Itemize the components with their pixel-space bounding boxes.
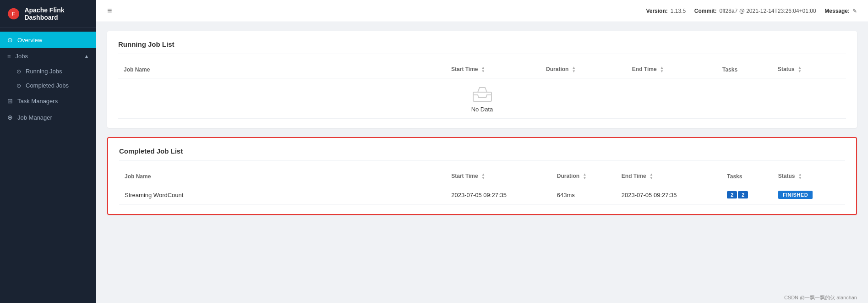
running-jobs-empty-row: No Data xyxy=(118,78,846,119)
completed-jobs-header-row: Job Name Start Time ▲▼ Duration ▲▼ End T… xyxy=(119,168,845,185)
footer-attribution: CSDN @一飘一飘的伙 alanchan xyxy=(96,292,868,303)
sidebar-item-running-jobs[interactable]: ⊙ Running Jobs xyxy=(0,64,96,78)
completed-job-status-0: FINISHED xyxy=(773,185,845,205)
topbar: ≡ Version: 1.13.5 Commit: 0ff28a7 @ 2021… xyxy=(96,0,868,22)
completed-job-duration-0: 643ms xyxy=(551,185,616,205)
completed-sort-duration-icon: ▲▼ xyxy=(583,173,586,180)
topbar-right: Version: 1.13.5 Commit: 0ff28a7 @ 2021-1… xyxy=(646,8,857,14)
running-jobs-icon: ⊙ xyxy=(16,68,21,75)
completed-jobs-title: Completed Job List xyxy=(119,147,845,161)
task-managers-icon: ⊞ xyxy=(7,97,13,105)
tasks-badges-0: 2 2 xyxy=(727,191,767,198)
running-col-end-time: End Time ▲▼ xyxy=(627,61,717,78)
completed-jobs-table: Job Name Start Time ▲▼ Duration ▲▼ End T… xyxy=(119,168,845,205)
running-col-tasks: Tasks xyxy=(717,61,772,78)
completed-job-row-0[interactable]: Streaming WordCount 2023-07-05 09:27:35 … xyxy=(119,185,845,205)
version-value: 1.13.5 xyxy=(671,8,686,14)
completed-col-tasks: Tasks xyxy=(721,168,772,185)
message-icon: ✎ xyxy=(852,8,857,14)
completed-job-end-time-0: 2023-07-05 09:27:35 xyxy=(616,185,721,205)
completed-job-start-time-0: 2023-07-05 09:27:35 xyxy=(446,185,551,205)
sidebar: F Apache Flink Dashboard ⊙ Overview ≡ Jo… xyxy=(0,0,96,303)
sidebar-item-task-managers[interactable]: ⊞ Task Managers xyxy=(0,93,96,109)
running-jobs-no-data: No Data xyxy=(118,78,846,119)
completed-sort-end-time-icon: ▲▼ xyxy=(650,173,653,180)
sidebar-item-completed-jobs-label: Completed Jobs xyxy=(26,82,69,89)
sidebar-item-overview[interactable]: ⊙ Overview xyxy=(0,32,96,48)
topbar-left: ≡ xyxy=(107,6,112,16)
job-manager-icon: ⊕ xyxy=(7,114,13,121)
main-content: ≡ Version: 1.13.5 Commit: 0ff28a7 @ 2021… xyxy=(96,0,868,303)
version-label: Version: xyxy=(646,8,667,14)
sidebar-item-job-manager[interactable]: ⊕ Job Manager xyxy=(0,109,96,126)
sidebar-item-jobs-label: Jobs xyxy=(16,53,28,60)
running-jobs-header-row: Job Name Start Time ▲▼ Duration ▲▼ End T… xyxy=(118,61,846,78)
completed-job-name-0: Streaming WordCount xyxy=(119,185,446,205)
completed-job-tasks-0: 2 2 xyxy=(721,185,772,205)
sort-status-icon: ▲▼ xyxy=(798,66,802,73)
running-col-duration: Duration ▲▼ xyxy=(540,61,627,78)
jobs-icon: ≡ xyxy=(7,53,11,60)
completed-jobs-icon: ⊙ xyxy=(16,83,21,89)
running-jobs-title: Running Job List xyxy=(118,40,846,54)
message-label: Message: xyxy=(824,8,850,14)
completed-jobs-table-body: Streaming WordCount 2023-07-05 09:27:35 … xyxy=(119,185,845,205)
task-badge-completed-0: 2 xyxy=(727,191,737,198)
task-badge-total-0: 2 xyxy=(738,191,748,198)
completed-sort-status-icon: ▲▼ xyxy=(798,173,802,180)
completed-col-duration: Duration ▲▼ xyxy=(551,168,616,185)
sidebar-item-task-managers-label: Task Managers xyxy=(17,98,58,105)
sidebar-item-completed-jobs[interactable]: ⊙ Completed Jobs xyxy=(0,78,96,93)
running-jobs-table-body: No Data xyxy=(118,78,846,119)
commit-label: Commit: xyxy=(694,8,717,14)
running-jobs-table-head: Job Name Start Time ▲▼ Duration ▲▼ End T… xyxy=(118,61,846,78)
no-data-icon xyxy=(471,84,493,102)
running-col-job-name: Job Name xyxy=(118,61,446,78)
completed-col-start-time: Start Time ▲▼ xyxy=(446,168,551,185)
running-jobs-table: Job Name Start Time ▲▼ Duration ▲▼ End T… xyxy=(118,61,846,119)
sidebar-nav: ⊙ Overview ≡ Jobs ▲ ⊙ Running Jobs ⊙ Com… xyxy=(0,28,96,303)
sidebar-item-running-jobs-label: Running Jobs xyxy=(26,68,62,75)
app-title: Apache Flink Dashboard xyxy=(24,6,89,21)
hamburger-icon[interactable]: ≡ xyxy=(107,6,112,16)
commit-value: 0ff28a7 @ 2021-12-14T23:26:04+01:00 xyxy=(719,8,816,14)
running-col-status: Status ▲▼ xyxy=(772,61,846,78)
running-col-start-time: Start Time ▲▼ xyxy=(446,61,540,78)
svg-rect-2 xyxy=(473,92,491,101)
svg-text:F: F xyxy=(12,11,15,17)
jobs-arrow-icon: ▲ xyxy=(84,54,89,59)
completed-jobs-table-head: Job Name Start Time ▲▼ Duration ▲▼ End T… xyxy=(119,168,845,185)
sidebar-header: F Apache Flink Dashboard xyxy=(0,0,96,28)
completed-col-status: Status ▲▼ xyxy=(773,168,845,185)
sort-start-time-icon: ▲▼ xyxy=(481,66,485,73)
sort-duration-icon: ▲▼ xyxy=(572,66,576,73)
status-badge-0: FINISHED xyxy=(778,191,813,199)
completed-sort-start-time-icon: ▲▼ xyxy=(481,173,485,180)
page-body: Running Job List Job Name Start Time ▲▼ … xyxy=(96,22,868,292)
sidebar-item-overview-label: Overview xyxy=(17,37,42,44)
sidebar-item-job-manager-label: Job Manager xyxy=(17,114,52,121)
running-jobs-section: Running Job List Job Name Start Time ▲▼ … xyxy=(107,31,857,128)
completed-jobs-section: Completed Job List Job Name Start Time ▲… xyxy=(107,137,857,215)
sidebar-item-jobs[interactable]: ≡ Jobs ▲ xyxy=(0,48,96,64)
flink-logo-icon: F xyxy=(7,6,20,21)
completed-col-end-time: End Time ▲▼ xyxy=(616,168,721,185)
overview-icon: ⊙ xyxy=(7,36,13,44)
completed-col-job-name: Job Name xyxy=(119,168,446,185)
sort-end-time-icon: ▲▼ xyxy=(660,66,664,73)
